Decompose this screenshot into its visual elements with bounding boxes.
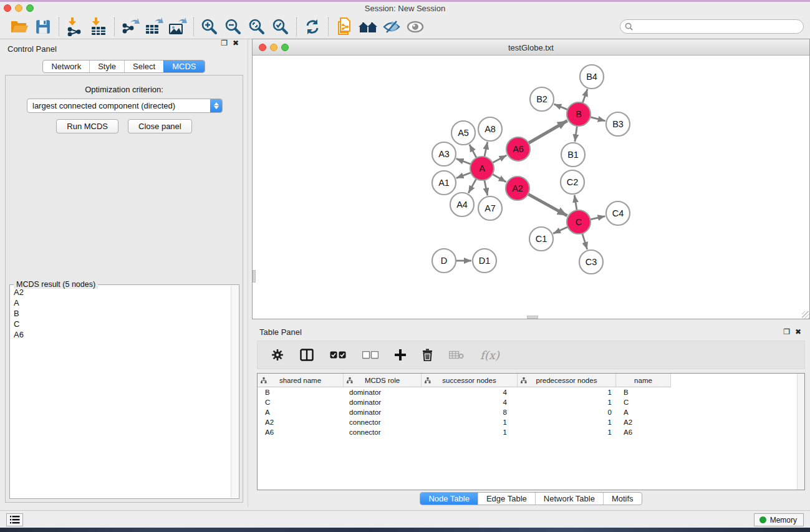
graph-edge-A-A1[interactable] <box>456 173 471 178</box>
graph-node-A8[interactable]: A8 <box>478 117 502 141</box>
tab-mcds[interactable]: MCDS <box>163 60 204 72</box>
table-cell[interactable]: 8 <box>422 407 518 417</box>
zoom-out-icon[interactable] <box>221 16 245 37</box>
splitter-grip-bottom[interactable] <box>527 316 538 319</box>
column-header-successor-nodes[interactable]: successor nodes <box>422 374 518 387</box>
graph-node-C2[interactable]: C2 <box>561 170 584 194</box>
import-table-icon[interactable] <box>87 16 110 37</box>
bottom-tab-edge-table[interactable]: Edge Table <box>478 493 535 505</box>
graph-node-A4[interactable]: A4 <box>450 193 474 216</box>
table-cell[interactable]: A6 <box>258 427 344 437</box>
graph-node-A5[interactable]: A5 <box>451 121 475 145</box>
graph-edge-A-A2[interactable] <box>493 174 506 181</box>
splitter-grip-left[interactable] <box>253 270 256 283</box>
bottom-tab-node-table[interactable]: Node Table <box>420 493 478 505</box>
window-resize-grip[interactable] <box>802 311 809 319</box>
function-builder-icon[interactable]: f(x) <box>480 349 499 362</box>
table-cell[interactable]: B <box>258 387 344 397</box>
column-header-shared-name[interactable]: shared name <box>258 374 344 387</box>
graph-node-C3[interactable]: C3 <box>579 250 603 274</box>
select-all-columns-icon[interactable] <box>330 351 346 359</box>
run-mcds-button[interactable]: Run MCDS <box>56 119 118 133</box>
table-scrollbar[interactable] <box>797 374 804 490</box>
refresh-icon[interactable] <box>301 16 324 37</box>
unselect-all-columns-icon[interactable] <box>362 351 378 359</box>
table-cell[interactable]: connector <box>344 427 422 437</box>
home-icon[interactable] <box>356 16 380 37</box>
table-row[interactable]: Cdominator41C <box>258 397 804 407</box>
graph-node-B4[interactable]: B4 <box>580 65 604 89</box>
search-field[interactable] <box>620 19 804 34</box>
graph-node-B2[interactable]: B2 <box>530 87 554 111</box>
graph-edge-A-A4[interactable] <box>468 179 476 193</box>
task-history-button[interactable] <box>6 513 23 526</box>
save-icon[interactable] <box>31 16 55 37</box>
table-cell[interactable]: A <box>258 407 344 417</box>
tab-style[interactable]: Style <box>89 60 124 72</box>
graph-edge-B-B3[interactable] <box>590 117 605 121</box>
table-cell[interactable]: 1 <box>518 387 616 397</box>
column-header-predecessor-nodes[interactable]: predecessor nodes <box>518 374 616 387</box>
graph-edge-C-C2[interactable] <box>574 195 577 210</box>
table-cell[interactable]: C <box>258 397 344 407</box>
open-folder-icon[interactable] <box>7 16 31 37</box>
zoom-in-icon[interactable] <box>198 16 221 37</box>
table-row[interactable]: Adominator80A <box>258 407 804 417</box>
float-panel-icon[interactable]: ❐ <box>221 39 228 47</box>
graph-node-D[interactable]: D <box>432 249 456 273</box>
table-cell[interactable]: C <box>616 397 671 407</box>
table-cell[interactable]: A2 <box>258 417 344 427</box>
graph-node-D1[interactable]: D1 <box>473 249 496 273</box>
table-row[interactable]: A2connector11A2 <box>258 417 804 427</box>
table-cell[interactable]: 1 <box>518 417 616 427</box>
table-cell[interactable]: A6 <box>616 427 671 437</box>
graph-node-A7[interactable]: A7 <box>478 196 502 220</box>
mcds-result-item[interactable]: A <box>11 297 230 308</box>
table-cell[interactable]: A <box>616 407 671 417</box>
graph-edge-A-A6[interactable] <box>493 155 507 163</box>
mcds-result-item[interactable]: C <box>11 319 230 329</box>
close-panel-icon[interactable]: ✖ <box>233 39 239 47</box>
table-cell[interactable]: 1 <box>518 397 616 407</box>
table-cell[interactable]: B <box>616 387 671 397</box>
graph-edge-A-A3[interactable] <box>456 158 471 164</box>
tab-network[interactable]: Network <box>43 60 89 72</box>
table-row[interactable]: A6connector11A6 <box>258 427 804 437</box>
graph-node-A3[interactable]: A3 <box>432 142 456 166</box>
bottom-tab-network-table[interactable]: Network Table <box>535 493 603 505</box>
mcds-result-item[interactable]: B <box>11 308 230 319</box>
table-cell[interactable]: dominator <box>344 387 422 397</box>
table-cell[interactable]: 0 <box>518 407 616 417</box>
mcds-result-item[interactable]: A2 <box>11 287 230 297</box>
duplicate-network-icon[interactable] <box>332 16 356 37</box>
hide-graphics-details-icon[interactable] <box>380 16 403 37</box>
close-panel-button[interactable]: Close panel <box>128 119 192 133</box>
delete-table-icon[interactable] <box>449 350 464 360</box>
graph-node-B[interactable]: B <box>567 102 591 126</box>
table-cell[interactable]: 1 <box>518 427 616 437</box>
zoom-fit-icon[interactable] <box>245 16 269 37</box>
table-row[interactable]: Bdominator41B <box>258 387 804 397</box>
tab-select[interactable]: Select <box>124 60 163 72</box>
graph-node-B3[interactable]: B3 <box>606 112 630 136</box>
column-header-mcds-role[interactable]: MCDS role <box>344 374 422 387</box>
table-settings-gear-icon[interactable] <box>271 349 284 361</box>
bottom-tab-motifs[interactable]: Motifs <box>603 493 642 505</box>
table-cell[interactable]: 1 <box>422 427 518 437</box>
graph-edge-B-B2[interactable] <box>554 104 567 110</box>
delete-column-trash-icon[interactable] <box>422 349 433 361</box>
graph-edge-B-B4[interactable] <box>582 89 587 103</box>
graph-edge-A2-C[interactable] <box>528 194 567 216</box>
graph-node-B1[interactable]: B1 <box>561 143 585 167</box>
export-image-icon[interactable] <box>166 16 190 37</box>
import-network-icon[interactable] <box>63 16 87 37</box>
table-cell[interactable]: dominator <box>344 397 422 407</box>
table-cell[interactable]: dominator <box>344 407 422 417</box>
network-canvas[interactable]: B4B2BB3A8A5A6A3B1AA1C2A2A4A7C4CC1DD1C3 <box>253 56 809 319</box>
graph-edge-C-C3[interactable] <box>582 233 587 249</box>
export-table-icon[interactable] <box>142 16 166 37</box>
graph-edge-A-A8[interactable] <box>485 142 488 157</box>
table-cell[interactable]: connector <box>344 417 422 427</box>
table-cell[interactable]: 1 <box>422 417 518 427</box>
eye-icon[interactable] <box>403 16 427 37</box>
